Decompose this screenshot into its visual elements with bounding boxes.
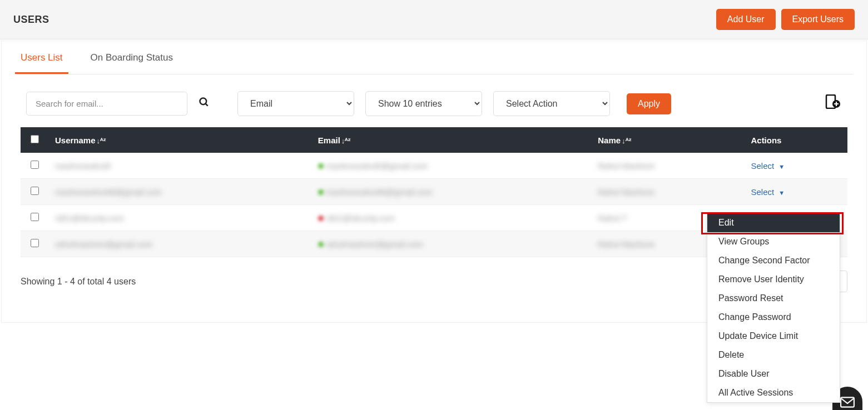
col-email[interactable]: Email↓ᴬᶻ (311, 127, 591, 153)
tab-users-list[interactable]: Users List (15, 41, 68, 74)
pagination-summary: Showing 1 - 4 of total 4 users (21, 277, 136, 287)
select-all-checkbox[interactable] (31, 135, 39, 143)
add-user-button[interactable]: Add User (716, 9, 776, 30)
export-users-button[interactable]: Export Users (781, 9, 855, 30)
row-select-action[interactable]: Select ▼ (751, 187, 785, 197)
svg-line-1 (206, 104, 208, 106)
dropdown-item-change-second-factor[interactable]: Change Second Factor (707, 251, 840, 270)
username-cell: rd01@idcurity.com (55, 213, 124, 223)
name-cell: Rahul Mashore (598, 187, 654, 197)
row-select-action[interactable]: Select ▼ (751, 161, 785, 171)
dropdown-item-view-groups[interactable]: View Groups (707, 232, 840, 251)
sort-icon: ↓ᴬᶻ (622, 137, 632, 145)
username-cell: mashorarahul0 (55, 161, 111, 171)
col-actions: Actions (744, 127, 847, 153)
page-header: USERS Add User Export Users (0, 0, 868, 39)
dropdown-item-remove-user-identity[interactable]: Remove User Identity (707, 270, 840, 289)
col-username[interactable]: Username↓ᴬᶻ (48, 127, 311, 153)
dropdown-item-password-reset[interactable]: Password Reset (707, 289, 840, 308)
name-cell: Rahul T (598, 213, 627, 223)
row-checkbox[interactable] (31, 161, 39, 169)
row-actions-dropdown: EditView GroupsChange Second FactorRemov… (707, 213, 840, 324)
row-checkbox[interactable] (31, 187, 39, 195)
header-buttons: Add User Export Users (716, 9, 855, 30)
col-name[interactable]: Name↓ᴬᶻ (591, 127, 744, 153)
search-input[interactable] (26, 92, 187, 116)
search-icon[interactable] (199, 97, 210, 111)
bulk-action-select[interactable]: Select Action (493, 91, 610, 116)
email-cell: rahulmashore@gmail.com (326, 239, 423, 249)
page-title: USERS (13, 14, 49, 26)
tabs: Users List On Boarding Status (15, 41, 853, 74)
apply-button[interactable]: Apply (627, 93, 671, 114)
table-row: mashorarahul48@gmail.commashorarahul48@g… (21, 179, 847, 205)
table-row: mashorarahul0mashorarahul0@gmail.comRahu… (21, 153, 847, 179)
status-dot (318, 189, 324, 195)
email-cell: mashorarahul0@gmail.com (326, 161, 428, 171)
username-cell: rahulmashore@gmail.com (55, 239, 152, 249)
caret-down-icon: ▼ (778, 163, 785, 170)
status-dot (318, 163, 324, 169)
status-dot (318, 216, 324, 221)
row-checkbox[interactable] (31, 239, 39, 247)
username-cell: mashorarahul48@gmail.com (55, 187, 162, 197)
svg-point-0 (200, 98, 207, 105)
page-size-select[interactable]: Show 10 entries (365, 91, 482, 116)
email-cell: rd01@idcurity.com (326, 213, 395, 223)
sort-icon: ↓ᴬᶻ (341, 137, 351, 145)
email-cell: mashorarahul48@gmail.com (326, 187, 433, 197)
row-checkbox[interactable] (31, 213, 39, 221)
name-cell: Rahul Mashore (598, 161, 654, 171)
filter-row: Email Show 10 entries Select Action Appl… (15, 74, 853, 127)
caret-down-icon: ▼ (778, 189, 785, 196)
sort-icon: ↓ᴬᶻ (97, 137, 107, 145)
name-cell: Rahul Mashore (598, 239, 654, 249)
tab-onboarding-status[interactable]: On Boarding Status (85, 41, 178, 74)
search-by-select[interactable]: Email (237, 91, 354, 116)
dropdown-item-change-password[interactable]: Change Password (707, 308, 840, 324)
add-device-icon[interactable] (824, 94, 842, 113)
status-dot (318, 242, 324, 247)
dropdown-item-edit[interactable]: Edit (707, 213, 840, 232)
